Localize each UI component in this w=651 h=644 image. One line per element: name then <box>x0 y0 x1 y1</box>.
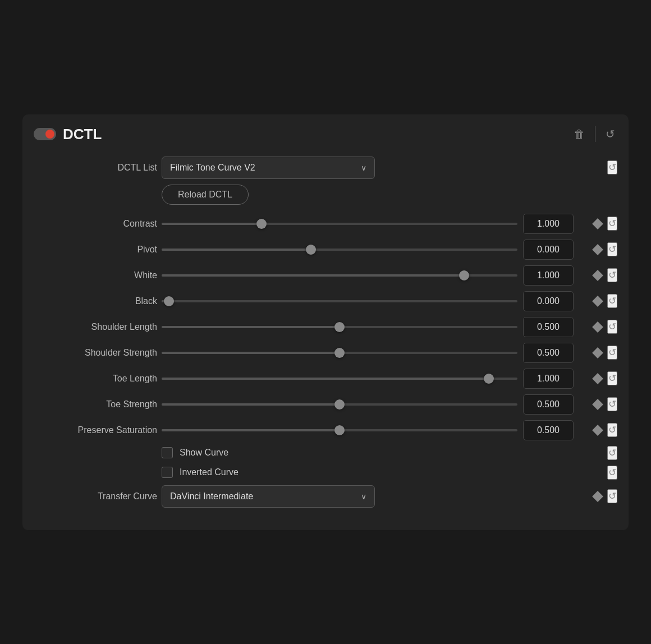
reload-dctl-button[interactable]: Reload DCTL <box>162 185 249 205</box>
transfer-curve-actions: ↺ <box>578 489 617 503</box>
slider-thumb-pivot[interactable] <box>306 245 316 255</box>
header-actions: 🗑 ↺ <box>571 126 617 142</box>
slider-thumb-black[interactable] <box>164 296 174 306</box>
checkbox-content-inverted_curve: Inverted Curve <box>162 467 574 478</box>
diamond-icon-pivot[interactable] <box>592 244 603 255</box>
value-box-shoulder_strength[interactable]: 0.500 <box>523 343 574 363</box>
slider-track-shoulder_length <box>162 326 517 328</box>
value-box-white[interactable]: 1.000 <box>523 265 574 286</box>
checkbox-actions-inverted_curve: ↺ <box>578 466 617 480</box>
checkbox-actions-show_curve: ↺ <box>578 446 617 460</box>
checkbox-reset-inverted_curve[interactable]: ↺ <box>607 466 617 480</box>
panel-header: DCTL 🗑 ↺ <box>34 126 617 143</box>
value-box-pivot[interactable]: 0.000 <box>523 240 574 260</box>
reset-button-white[interactable]: ↺ <box>607 268 617 282</box>
diamond-icon-white[interactable] <box>592 270 603 281</box>
value-box-contrast[interactable]: 1.000 <box>523 214 574 234</box>
reset-button-shoulder_strength[interactable]: ↺ <box>607 346 617 360</box>
value-box-toe_strength[interactable]: 0.500 <box>523 394 574 415</box>
param-label-shoulder_length: Shoulder Length <box>34 322 157 332</box>
reset-button-toe_length[interactable]: ↺ <box>607 371 617 385</box>
reset-button-contrast[interactable]: ↺ <box>607 217 617 231</box>
slider-thumb-contrast[interactable] <box>256 219 267 229</box>
param-content-pivot: 0.000 <box>162 240 574 260</box>
transfer-curve-diamond-icon[interactable] <box>592 491 603 502</box>
slider-thumb-white[interactable] <box>459 270 469 280</box>
slider-shoulder_length[interactable] <box>162 320 517 334</box>
param-row-pivot: Pivot 0.000 ↺ <box>34 240 617 260</box>
reset-button-shoulder_length[interactable]: ↺ <box>607 320 617 334</box>
slider-contrast[interactable] <box>162 217 517 231</box>
slider-preserve_saturation[interactable] <box>162 424 517 437</box>
reset-button-toe_strength[interactable]: ↺ <box>607 397 617 411</box>
transfer-curve-reset-button[interactable]: ↺ <box>607 489 617 503</box>
param-actions-toe_length: ↺ <box>578 371 617 385</box>
reset-button-preserve_saturation[interactable]: ↺ <box>607 423 617 437</box>
checkbox-label-show_curve: Show Curve <box>180 448 228 458</box>
dctl-list-content: Filmic Tone Curve V2 ∨ <box>162 157 574 179</box>
value-box-shoulder_length[interactable]: 0.500 <box>523 317 574 337</box>
param-actions-toe_strength: ↺ <box>578 397 617 411</box>
slider-thumb-toe_strength[interactable] <box>334 399 345 410</box>
slider-thumb-preserve_saturation[interactable] <box>334 425 345 435</box>
slider-black[interactable] <box>162 295 517 308</box>
param-content-toe_strength: 0.500 <box>162 394 574 415</box>
param-row-shoulder_length: Shoulder Length 0.500 ↺ <box>34 317 617 337</box>
checkbox-show_curve[interactable] <box>162 447 173 458</box>
slider-toe_strength[interactable] <box>162 398 517 411</box>
slider-thumb-shoulder_strength[interactable] <box>334 348 345 358</box>
diamond-icon-shoulder_length[interactable] <box>592 321 603 333</box>
param-label-toe_strength: Toe Strength <box>34 399 157 410</box>
slider-track-shoulder_strength <box>162 352 517 354</box>
dctl-list-dropdown[interactable]: Filmic Tone Curve V2 ∨ <box>162 157 375 179</box>
header-reset-button[interactable]: ↺ <box>603 126 617 142</box>
slider-shoulder_strength[interactable] <box>162 346 517 360</box>
param-label-black: Black <box>34 296 157 306</box>
diamond-icon-toe_length[interactable] <box>592 373 603 384</box>
diamond-icon-black[interactable] <box>592 296 603 307</box>
param-content-preserve_saturation: 0.500 <box>162 420 574 440</box>
slider-thumb-toe_length[interactable] <box>484 374 494 384</box>
transfer-curve-value: DaVinci Intermediate <box>170 491 253 502</box>
dctl-list-row: DCTL List Filmic Tone Curve V2 ∨ ↺ <box>34 157 617 179</box>
enable-toggle[interactable] <box>34 128 56 140</box>
checkbox-row-inverted_curve: Inverted Curve ↺ <box>34 466 617 480</box>
panel-title: DCTL <box>63 126 565 143</box>
slider-track-white <box>162 274 517 277</box>
reset-button-black[interactable]: ↺ <box>607 294 617 308</box>
value-box-toe_length[interactable]: 1.000 <box>523 369 574 389</box>
slider-track-preserve_saturation <box>162 429 517 431</box>
dctl-list-reset-button[interactable]: ↺ <box>607 160 617 174</box>
slider-track-toe_length <box>162 378 517 380</box>
transfer-curve-dropdown[interactable]: DaVinci Intermediate ∨ <box>162 485 375 508</box>
param-label-contrast: Contrast <box>34 219 157 229</box>
delete-button[interactable]: 🗑 <box>571 126 587 142</box>
diamond-icon-shoulder_strength[interactable] <box>592 347 603 358</box>
slider-pivot[interactable] <box>162 243 517 256</box>
diamond-icon-contrast[interactable] <box>592 218 603 229</box>
slider-toe_length[interactable] <box>162 372 517 385</box>
diamond-icon-preserve_saturation[interactable] <box>592 425 603 436</box>
value-box-black[interactable]: 0.000 <box>523 291 574 311</box>
param-row-white: White 1.000 ↺ <box>34 265 617 286</box>
checkbox-content-show_curve: Show Curve <box>162 447 574 458</box>
checkbox-inverted_curve[interactable] <box>162 467 173 478</box>
slider-thumb-shoulder_length[interactable] <box>334 322 345 332</box>
value-box-preserve_saturation[interactable]: 0.500 <box>523 420 574 440</box>
param-content-contrast: 1.000 <box>162 214 574 234</box>
param-actions-white: ↺ <box>578 268 617 282</box>
diamond-icon-toe_strength[interactable] <box>592 399 603 410</box>
reset-button-pivot[interactable]: ↺ <box>607 242 617 256</box>
chevron-down-icon: ∨ <box>361 163 366 172</box>
reload-row: Reload DCTL <box>34 185 617 205</box>
param-actions-shoulder_strength: ↺ <box>578 346 617 360</box>
toggle-knob <box>45 130 54 139</box>
param-row-shoulder_strength: Shoulder Strength 0.500 ↺ <box>34 343 617 363</box>
slider-fill-toe_length <box>162 378 489 380</box>
slider-white[interactable] <box>162 269 517 282</box>
param-content-toe_length: 1.000 <box>162 369 574 389</box>
param-actions-black: ↺ <box>578 294 617 308</box>
checkbox-reset-show_curve[interactable]: ↺ <box>607 446 617 460</box>
dctl-list-value: Filmic Tone Curve V2 <box>170 163 255 173</box>
param-row-toe_length: Toe Length 1.000 ↺ <box>34 369 617 389</box>
